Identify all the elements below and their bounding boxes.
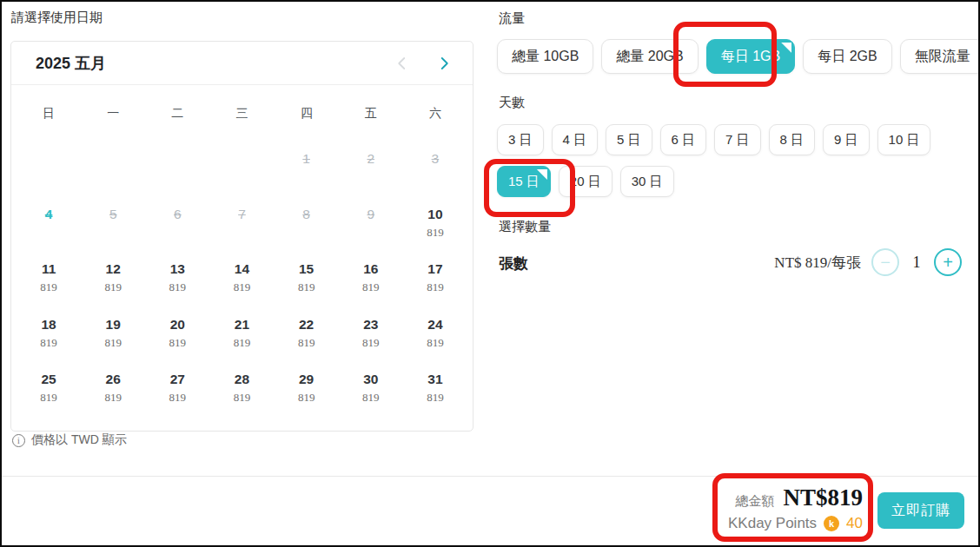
calendar-day-cell[interactable]: 26819 bbox=[81, 353, 145, 408]
calendar-day-cell[interactable]: 10819 bbox=[403, 188, 467, 243]
calendar-day-cell[interactable]: 14819 bbox=[209, 242, 274, 298]
quantity-plus-button[interactable]: + bbox=[934, 248, 962, 276]
calendar-day-cell[interactable]: 17819 bbox=[403, 242, 467, 298]
day-number: 22 bbox=[275, 316, 339, 333]
calendar-day-cell[interactable]: 18819 bbox=[17, 298, 81, 353]
calendar-day-cell bbox=[81, 132, 145, 188]
day-number: 24 bbox=[403, 316, 467, 333]
calendar-day-cell[interactable]: 30819 bbox=[339, 353, 403, 408]
data-volume-label: 流量 bbox=[499, 10, 525, 27]
selected-corner-notch-icon bbox=[537, 169, 547, 180]
calendar-day-cell bbox=[209, 132, 274, 188]
calendar-day-cell[interactable]: 19819 bbox=[81, 298, 145, 353]
days-options-row2: 15 日20 日30 日 bbox=[497, 166, 674, 197]
calendar-card: 2025 五月 日一二三四五六 123456789108191181912819… bbox=[10, 41, 473, 432]
calendar-day-cell[interactable]: 29819 bbox=[275, 353, 339, 408]
calendar-month-title: 2025 五月 bbox=[36, 53, 106, 74]
order-now-button[interactable]: 立即訂購 bbox=[877, 492, 964, 529]
day-option-chip[interactable]: 7 日 bbox=[714, 124, 761, 155]
day-price: 819 bbox=[209, 280, 274, 294]
weekday-label: 五 bbox=[339, 106, 403, 122]
day-price: 819 bbox=[403, 280, 467, 294]
prev-month-button[interactable] bbox=[394, 55, 410, 72]
day-number: 30 bbox=[339, 371, 403, 388]
total-amount-value: NT$819 bbox=[783, 484, 863, 511]
calendar-day-cell[interactable]: 13819 bbox=[145, 242, 209, 298]
quantity-value: 1 bbox=[899, 254, 934, 272]
quantity-section-label: 選擇數量 bbox=[499, 219, 551, 235]
day-price: 819 bbox=[403, 391, 467, 405]
data-option-chip[interactable]: 總量 20GB bbox=[601, 39, 698, 74]
product-booking-panel: 請選擇使用日期 2025 五月 日一二三四五六 1234567891081911… bbox=[0, 0, 980, 547]
day-option-chip[interactable]: 5 日 bbox=[606, 124, 652, 155]
calendar-day-cell[interactable]: 28819 bbox=[209, 353, 274, 408]
day-number: 12 bbox=[81, 260, 145, 278]
calendar-day-cell[interactable]: 20819 bbox=[145, 298, 209, 353]
day-number: 14 bbox=[209, 260, 274, 278]
calendar-day-cell bbox=[145, 132, 209, 188]
day-option-chip[interactable]: 4 日 bbox=[552, 124, 599, 155]
data-option-chip[interactable]: 總量 10GB bbox=[497, 39, 593, 74]
calendar-nav bbox=[394, 55, 452, 72]
calendar-day-cell: 9 bbox=[339, 188, 403, 243]
day-number: 4 bbox=[17, 206, 81, 223]
day-number: 1 bbox=[275, 150, 339, 168]
calendar-day-cell[interactable]: 16819 bbox=[339, 242, 403, 298]
calendar-day-cell[interactable]: 23819 bbox=[339, 298, 403, 353]
day-option-chip[interactable]: 30 日 bbox=[620, 166, 674, 197]
data-option-chip-selected[interactable]: 每日 1GB bbox=[706, 39, 795, 74]
calendar-day-cell[interactable]: 24819 bbox=[403, 298, 467, 353]
calendar-day-cell bbox=[17, 132, 81, 188]
days-options-row1: 3 日4 日5 日6 日7 日8 日9 日10 日 bbox=[497, 124, 930, 155]
calendar-day-cell[interactable]: 31819 bbox=[403, 353, 467, 408]
points-label: KKday Points bbox=[728, 515, 817, 532]
day-option-chip[interactable]: 20 日 bbox=[559, 166, 612, 197]
weekday-label: 六 bbox=[403, 106, 467, 122]
day-number: 10 bbox=[403, 206, 467, 223]
unit-price: NT$ 819/每張 bbox=[774, 253, 861, 273]
calendar-day-cell[interactable]: 21819 bbox=[209, 298, 274, 353]
calendar-day-cell: 4 bbox=[17, 188, 81, 243]
day-price: 819 bbox=[209, 391, 274, 405]
calendar-day-cell: 6 bbox=[145, 188, 209, 243]
calendar-header: 2025 五月 bbox=[11, 42, 473, 85]
data-volume-options: 總量 10GB總量 20GB每日 1GB每日 2GB無限流量 bbox=[497, 39, 980, 74]
calendar-day-cell[interactable]: 27819 bbox=[145, 353, 209, 408]
next-month-button[interactable] bbox=[436, 55, 452, 72]
day-number: 29 bbox=[275, 371, 339, 388]
day-price: 819 bbox=[339, 280, 403, 294]
calendar-day-cell[interactable]: 22819 bbox=[275, 298, 339, 353]
day-option-chip[interactable]: 10 日 bbox=[877, 124, 931, 155]
calendar-weekdays: 日一二三四五六 bbox=[17, 96, 467, 132]
day-price: 819 bbox=[81, 280, 145, 294]
calendar-day-cell: 5 bbox=[81, 188, 145, 243]
day-price: 819 bbox=[209, 336, 274, 350]
day-option-chip[interactable]: 3 日 bbox=[497, 124, 544, 155]
calendar-day-cell: 8 bbox=[275, 188, 339, 243]
calendar-day-cell[interactable]: 25819 bbox=[17, 353, 81, 408]
total-amount-label: 總金額 bbox=[735, 493, 774, 510]
quantity-minus-button[interactable]: − bbox=[871, 248, 899, 276]
day-price: 819 bbox=[339, 391, 403, 405]
day-option-chip[interactable]: 9 日 bbox=[823, 124, 870, 155]
data-option-chip[interactable]: 無限流量 bbox=[900, 39, 980, 74]
day-number: 2 bbox=[339, 150, 403, 168]
day-price: 819 bbox=[81, 391, 145, 405]
weekday-label: 一 bbox=[81, 106, 145, 122]
day-number: 6 bbox=[145, 206, 209, 223]
day-option-chip-selected[interactable]: 15 日 bbox=[497, 166, 551, 197]
day-option-chip[interactable]: 6 日 bbox=[660, 124, 707, 155]
day-price: 819 bbox=[275, 336, 339, 350]
day-number: 3 bbox=[403, 150, 467, 168]
data-option-chip[interactable]: 每日 2GB bbox=[803, 39, 891, 74]
day-number: 15 bbox=[275, 260, 339, 278]
day-price: 819 bbox=[145, 280, 209, 294]
calendar-day-cell[interactable]: 15819 bbox=[275, 242, 339, 298]
day-price: 819 bbox=[145, 391, 209, 405]
day-option-chip[interactable]: 8 日 bbox=[769, 124, 816, 155]
weekday-label: 日 bbox=[17, 106, 81, 122]
calendar-day-cell[interactable]: 12819 bbox=[81, 242, 145, 298]
day-number: 27 bbox=[145, 371, 209, 388]
calendar-day-cell[interactable]: 11819 bbox=[17, 242, 81, 298]
day-number: 19 bbox=[81, 316, 145, 333]
